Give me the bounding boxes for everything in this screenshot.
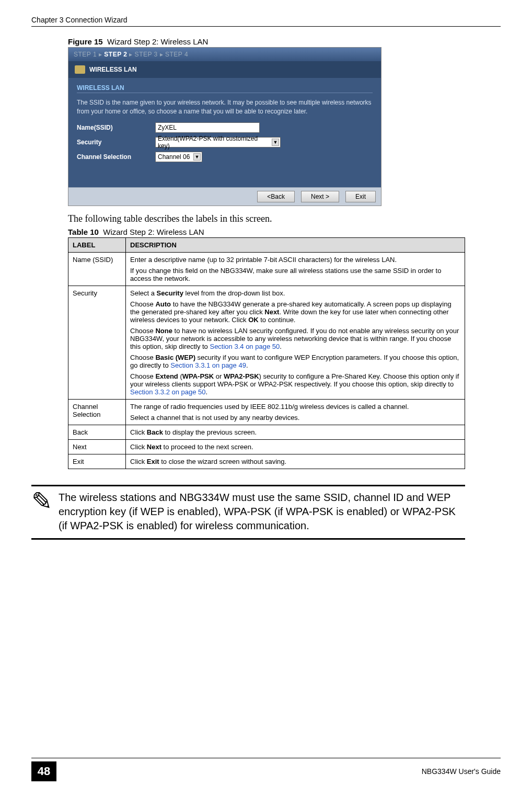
guide-name: NBG334W User's Guide <box>422 767 501 776</box>
table-label: Table 10 <box>68 227 99 236</box>
desc-paragraph: Enter a descriptive name (up to 32 print… <box>130 256 460 264</box>
table-title: Wizard Step 2: Wireless LAN <box>103 227 204 236</box>
footer-rule <box>31 758 501 758</box>
wizard-screenshot: STEP 1 ▸ STEP 2 ▸ STEP 3 ▸ STEP 4 WIRELE… <box>68 47 381 206</box>
table-row: Name (SSID) Enter a descriptive name (up… <box>68 252 465 286</box>
section-link[interactable]: Section 3.3.2 on page 50 <box>130 388 206 396</box>
figure-caption: Figure 15 Wizard Step 2: Wireless LAN <box>68 37 501 46</box>
security-select[interactable]: Extend(WPA2-PSK with customized key) ▼ <box>155 137 281 147</box>
row-label: Exit <box>68 454 126 469</box>
figure-label: Figure 15 <box>68 37 103 46</box>
next-button[interactable]: Next > <box>301 191 339 202</box>
step-1-label: STEP 1 ▸ <box>74 51 104 58</box>
row-desc: Enter a descriptive name (up to 32 print… <box>126 252 465 286</box>
step-2-label: STEP 2 <box>104 51 127 58</box>
note-bottom-rule <box>31 538 465 540</box>
section-link[interactable]: Section 3.3.1 on page 49 <box>170 361 246 369</box>
desc-paragraph: Click Next to proceed to the next screen… <box>130 443 460 451</box>
table-caption: Table 10 Wizard Step 2: Wireless LAN <box>68 227 501 236</box>
table-row: Channel Selection The range of radio fre… <box>68 399 465 425</box>
table-row: Next Click Next to proceed to the next s… <box>68 439 465 454</box>
row-label: Back <box>68 425 126 439</box>
exit-button[interactable]: Exit <box>345 191 376 202</box>
th-label: LABEL <box>68 237 126 252</box>
th-desc: DESCRIPTION <box>126 237 465 252</box>
row-desc: Click Exit to close the wizard screen wi… <box>126 454 465 469</box>
page-footer: 48 NBG334W User's Guide <box>31 758 501 781</box>
channel-select[interactable]: Channel 06 ▼ <box>155 152 202 162</box>
body-text: The following table describes the labels… <box>68 213 501 224</box>
security-label: Security <box>77 139 155 146</box>
desc-paragraph: Select a channel that is not used by any… <box>130 414 460 422</box>
table-row: Back Click Back to display the previous … <box>68 425 465 439</box>
table-header-row: LABEL DESCRIPTION <box>68 237 465 252</box>
wizard-footer: <Back Next > Exit <box>68 187 381 206</box>
note-top-rule <box>31 485 465 486</box>
table-row: Exit Click Exit to close the wizard scre… <box>68 454 465 469</box>
desc-paragraph: Choose Basic (WEP) security if you want … <box>130 354 460 369</box>
desc-paragraph: Select a Security level from the drop-do… <box>130 289 460 297</box>
security-row: Security Extend(WPA2-PSK with customized… <box>77 137 373 147</box>
chapter-header: Chapter 3 Connection Wizard <box>31 16 501 24</box>
desc-paragraph: Click Back to display the previous scree… <box>130 428 460 436</box>
figure-title: Wizard Step 2: Wireless LAN <box>107 37 208 46</box>
desc-paragraph: Click Exit to close the wizard screen wi… <box>130 458 460 465</box>
desc-paragraph: The range of radio frequencies used by I… <box>130 403 460 411</box>
description-table: LABEL DESCRIPTION Name (SSID) Enter a de… <box>68 237 465 469</box>
desc-paragraph: Choose None to have no wireless LAN secu… <box>130 327 460 350</box>
desc-paragraph: Choose Extend (WPA-PSK or WPA2-PSK) secu… <box>130 372 460 396</box>
row-label: Security <box>68 286 126 399</box>
channel-label: Channel Selection <box>77 153 155 161</box>
wizard-panel: WIRELESS LAN The SSID is the name given … <box>68 78 381 187</box>
desc-paragraph: Choose Auto to have the NBG334W generate… <box>130 300 460 324</box>
row-label: Next <box>68 439 126 454</box>
row-label: Name (SSID) <box>68 252 126 286</box>
channel-value: Channel 06 <box>158 153 190 161</box>
row-label: Channel Selection <box>68 399 126 425</box>
security-value: Extend(WPA2-PSK with customized key) <box>158 135 271 150</box>
note-text: The wireless stations and NBG334W must u… <box>59 491 465 533</box>
row-desc: The range of radio frequencies used by I… <box>126 399 465 425</box>
header-rule <box>31 26 501 27</box>
ssid-input[interactable] <box>155 122 260 133</box>
folder-icon <box>75 65 85 74</box>
pencil-note-icon: ✎ <box>31 493 52 510</box>
page-number-badge: 48 <box>31 761 56 781</box>
back-button[interactable]: <Back <box>257 191 295 202</box>
chevron-down-icon: ▼ <box>272 139 279 146</box>
footer-row: 48 NBG334W User's Guide <box>31 761 501 781</box>
note-block: ✎ The wireless stations and NBG334W must… <box>31 485 465 540</box>
ssid-label: Name(SSID) <box>77 124 155 131</box>
wizard-description: The SSID is the name given to your wirel… <box>77 98 373 116</box>
step-rest-label: ▸ STEP 3 ▸ STEP 4 <box>127 51 188 58</box>
table-row: Security Select a Security level from th… <box>68 286 465 399</box>
wizard-steps-bar: STEP 1 ▸ STEP 2 ▸ STEP 3 ▸ STEP 4 <box>68 48 381 61</box>
chevron-down-icon: ▼ <box>193 153 201 161</box>
desc-paragraph: If you change this field on the NBG334W,… <box>130 267 460 282</box>
ssid-row: Name(SSID) <box>77 122 373 133</box>
channel-row: Channel Selection Channel 06 ▼ <box>77 152 373 162</box>
row-desc: Click Back to display the previous scree… <box>126 425 465 439</box>
wizard-panel-label: WIRELESS LAN <box>77 84 373 92</box>
wizard-title-row: WIRELESS LAN <box>68 61 381 78</box>
row-desc: Select a Security level from the drop-do… <box>126 286 465 399</box>
section-link[interactable]: Section 3.4 on page 50 <box>210 343 280 350</box>
row-desc: Click Next to proceed to the next screen… <box>126 439 465 454</box>
panel-divider <box>77 93 373 93</box>
wizard-title: WIRELESS LAN <box>89 66 137 73</box>
note-content: ✎ The wireless stations and NBG334W must… <box>31 491 465 533</box>
